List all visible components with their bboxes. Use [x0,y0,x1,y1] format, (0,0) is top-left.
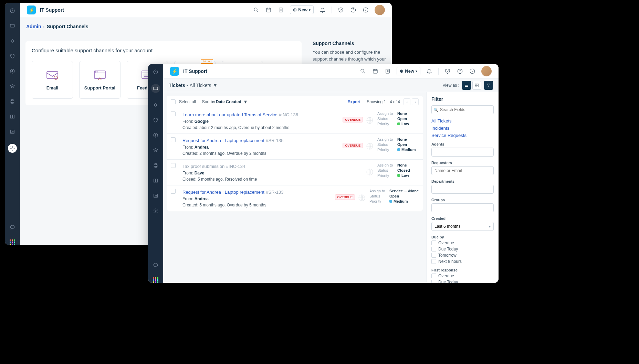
checkbox[interactable] [431,253,436,258]
requesters-input[interactable] [431,166,494,175]
apps-icon[interactable] [153,277,158,283]
svg-point-29 [361,69,364,72]
ticket-row[interactable]: Request for Andrea : Laptop replacement … [167,134,423,160]
page-next-button[interactable]: › [412,98,419,105]
search-icon[interactable] [253,7,260,13]
ticket-id: #INC-136 [279,112,298,117]
book-icon[interactable] [9,114,15,120]
tickets-view[interactable]: All Tickets [189,83,211,88]
ticket-meta: Closed: 5 months ago, Resolved on time [182,177,366,182]
help-icon[interactable] [9,224,15,231]
export-link[interactable]: Export [347,99,360,104]
agents-input[interactable] [431,148,494,157]
row-checkbox[interactable] [171,111,176,116]
reports-icon[interactable] [153,193,159,199]
settings-icon[interactable] [8,144,17,153]
departments-input[interactable] [431,185,494,194]
filter-toggle-button[interactable] [484,81,493,90]
search-icon: 🔍 [433,108,438,112]
dueby-option[interactable]: Overdue [431,240,494,245]
firstresponse-option[interactable]: Overdue [431,274,494,278]
tickets-icon[interactable] [151,84,160,93]
settings-icon[interactable] [153,208,159,214]
row-checkbox[interactable] [171,163,176,168]
checkbox[interactable] [431,259,436,264]
tickets-icon[interactable] [9,23,15,29]
firstresponse-option[interactable]: Due Today [431,280,494,283]
book-icon[interactable] [153,178,159,184]
select-all-label[interactable]: Select all [179,99,196,104]
checkbox[interactable] [431,247,436,251]
filter-link[interactable]: Service Requests [431,133,494,138]
ticket-title[interactable]: Learn more about our updated Terms of Se… [182,112,277,117]
layers-icon[interactable] [153,147,159,153]
ticket-fields: Assign toNone StatusOpen PriorityMedium [377,137,419,156]
printer-icon[interactable] [153,162,159,169]
question-icon[interactable] [457,68,463,75]
chevron-down-icon[interactable]: ▾ [244,98,247,105]
bug-icon[interactable] [153,102,159,108]
shield-icon[interactable] [153,117,159,123]
page-prev-button[interactable]: ‹ [404,98,410,105]
checkbox[interactable] [431,240,436,245]
row-checkbox[interactable] [171,189,176,194]
help-icon[interactable] [153,262,159,268]
dueby-option[interactable]: Due Today [431,247,494,251]
dueby-option[interactable]: Tomorrow [431,253,494,258]
filter-link[interactable]: All Tickets [431,118,494,124]
chevron-down-icon[interactable]: ▾ [214,82,217,88]
notes-icon[interactable] [384,68,391,75]
row-checkbox[interactable] [171,137,176,142]
filter-search-input[interactable] [431,105,494,114]
bell-icon[interactable] [426,68,433,75]
ticket-title[interactable]: Tax proof submission [182,164,224,169]
checkbox[interactable] [431,280,436,283]
printer-icon[interactable] [9,98,15,105]
created-select[interactable]: Last 6 months▾ [431,222,494,231]
dueby-label: Due by [431,235,494,239]
app-logo[interactable]: ⚡ [27,6,36,14]
ticket-title[interactable]: Request for Andrea : Laptop replacement [182,138,264,143]
calendar-icon[interactable] [372,68,379,75]
select-all-checkbox[interactable] [171,99,176,104]
ticket-row[interactable]: Tax proof submission #INC-134 From: Dave… [167,160,423,185]
apps-icon[interactable] [10,239,15,245]
search-icon[interactable] [359,68,366,75]
calendar-icon[interactable] [265,7,272,13]
info-icon[interactable] [362,7,369,13]
breadcrumb-admin[interactable]: Admin [26,24,41,29]
dashboard-icon[interactable] [9,8,15,14]
app-logo[interactable]: ⚡ [170,67,179,76]
bolt-icon[interactable] [9,68,15,74]
badge-icon[interactable] [444,68,451,75]
agents-label: Agents [431,142,494,146]
bell-icon[interactable] [319,7,326,13]
dueby-option[interactable]: Next 8 hours [431,259,494,264]
filter-link[interactable]: Incidents [431,126,494,131]
ticket-row[interactable]: Learn more about our updated Terms of Se… [167,108,423,134]
avatar[interactable] [481,66,492,76]
notes-icon[interactable] [277,7,284,13]
question-icon[interactable] [350,7,357,13]
new-button[interactable]: ⊕New▾ [290,6,314,14]
ticket-title[interactable]: Request for Andrea : Laptop replacement [182,190,264,195]
sort-value[interactable]: Date Created [216,99,241,104]
bug-icon[interactable] [9,38,15,44]
view-list-button[interactable] [462,81,471,90]
groups-input[interactable] [431,203,494,212]
badge-icon[interactable] [337,7,344,13]
checkbox[interactable] [431,274,436,278]
reports-icon[interactable] [9,129,15,135]
new-button[interactable]: ⊕New▾ [397,67,420,75]
bolt-icon[interactable] [153,132,159,138]
layers-icon[interactable] [9,83,15,89]
channel-email[interactable]: Email [32,61,73,99]
svg-point-23 [154,133,158,137]
avatar[interactable] [375,5,385,15]
dashboard-icon[interactable] [153,69,159,75]
view-card-button[interactable] [472,81,481,90]
info-icon[interactable] [469,68,476,75]
ticket-row[interactable]: Request for Andrea : Laptop replacement … [167,185,423,211]
channel-portal[interactable]: Support Portal [79,61,121,99]
shield-icon[interactable] [9,53,15,59]
